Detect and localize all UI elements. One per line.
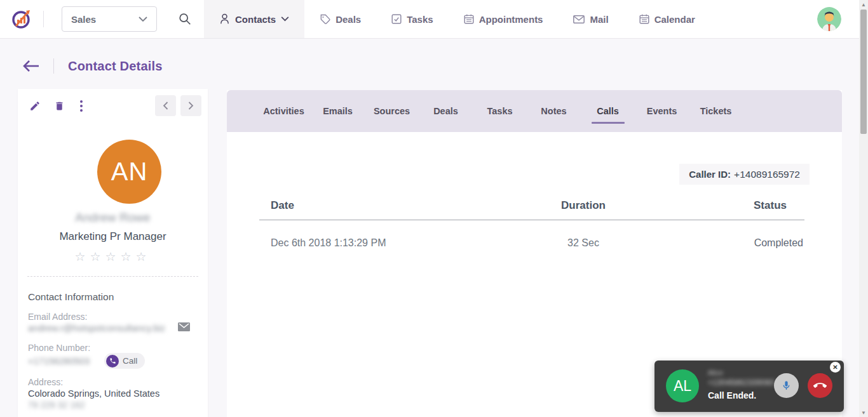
- contact-job-title: Marketing Pr Manager: [18, 230, 208, 243]
- call-button-label: Call: [123, 356, 137, 366]
- call-date: Dec 6th 2018 1:13:29 PM: [259, 237, 450, 249]
- page-header: Contact Details: [0, 53, 163, 79]
- contact-card: AN Andrew Rowe Marketing Pr Manager ☆☆☆☆…: [18, 89, 208, 417]
- caller-id-label: Caller ID:: [689, 169, 731, 180]
- email-value: andrew.r@hotspotconsultancy.biz: [28, 323, 165, 333]
- nav-item-tasks[interactable]: Tasks: [376, 0, 448, 38]
- contact-pager: [155, 95, 201, 116]
- nav-item-label: Tasks: [407, 14, 433, 25]
- address-zip: 79 229 32 162: [28, 400, 85, 410]
- back-arrow-icon[interactable]: [22, 60, 39, 72]
- address-label: Address:: [28, 377, 63, 387]
- caller-initials-avatar: AL: [666, 369, 699, 402]
- column-header-duration: Duration: [488, 199, 679, 212]
- calendar-grid-icon: [464, 14, 474, 24]
- star-icon[interactable]: ☆: [90, 250, 105, 263]
- next-contact-button[interactable]: [180, 95, 201, 116]
- tab-notes[interactable]: Notes: [527, 90, 581, 132]
- detail-tabbar: Activities Emails Sources Deals Tasks No…: [227, 90, 842, 132]
- call-button[interactable]: Call: [104, 353, 145, 369]
- tag-icon: [320, 14, 330, 25]
- user-avatar[interactable]: [817, 7, 841, 31]
- previous-contact-button[interactable]: [155, 95, 176, 116]
- star-rating[interactable]: ☆☆☆☆☆: [18, 249, 208, 264]
- nav-item-calendar[interactable]: Calendar: [624, 0, 710, 38]
- column-header-status: Status: [679, 199, 804, 212]
- workspace-dropdown-value: Sales: [71, 14, 96, 25]
- tab-events[interactable]: Events: [635, 90, 689, 132]
- call-status: Completed: [679, 237, 804, 249]
- page-title: Contact Details: [68, 59, 163, 74]
- delete-trash-icon[interactable]: [52, 99, 66, 113]
- envelope-icon: [573, 15, 585, 24]
- nav-item-label: Calendar: [654, 14, 695, 25]
- close-icon[interactable]: ✕: [830, 362, 841, 373]
- chevron-down-icon: [139, 17, 147, 22]
- person-icon: [219, 13, 230, 25]
- primary-nav: Contacts Deals Tasks Appointments: [204, 0, 710, 38]
- caller-name: Alice: [708, 369, 784, 376]
- tab-activities[interactable]: Activities: [257, 90, 311, 132]
- edit-pencil-icon[interactable]: [28, 99, 42, 113]
- nav-item-label: Deals: [336, 14, 361, 25]
- divider: [53, 58, 54, 74]
- caller-id-value: +14089165972: [734, 169, 800, 180]
- call-duration: 32 Sec: [488, 237, 679, 249]
- column-header-date: Date: [259, 199, 450, 212]
- send-email-icon[interactable]: [178, 322, 190, 331]
- tab-deals[interactable]: Deals: [419, 90, 473, 132]
- hang-up-button[interactable]: [808, 373, 832, 398]
- star-icon[interactable]: ☆: [136, 250, 151, 263]
- tab-tasks[interactable]: Tasks: [473, 90, 527, 132]
- mute-microphone-button[interactable]: [774, 373, 799, 398]
- contact-name: Andrew Rowe: [18, 211, 208, 225]
- nav-item-deals[interactable]: Deals: [304, 0, 376, 38]
- contact-info-section-title: Contact Information: [28, 291, 114, 303]
- caller-id-badge: Caller ID: +14089165972: [679, 164, 810, 185]
- scrollbar-thumb[interactable]: [860, 10, 867, 134]
- tab-calls[interactable]: Calls: [581, 90, 635, 132]
- nav-item-contacts[interactable]: Contacts: [204, 0, 304, 38]
- call-widget: AL Alice +13045862339060 Call Ended. ✕: [654, 361, 844, 412]
- app-logo-icon[interactable]: [9, 6, 34, 32]
- tab-emails[interactable]: Emails: [311, 90, 365, 132]
- search-icon[interactable]: [173, 8, 196, 30]
- browser-scrollbar[interactable]: ▲ ▼: [859, 0, 868, 417]
- star-icon[interactable]: ☆: [121, 250, 136, 263]
- calls-table-header: Date Duration Status: [259, 192, 804, 220]
- caller-info: Alice +13045862339060 Call Ended.: [708, 369, 784, 400]
- phone-icon: [106, 355, 119, 367]
- tab-sources[interactable]: Sources: [365, 90, 419, 132]
- scroll-up-arrow-icon[interactable]: ▲: [859, 0, 868, 9]
- nav-item-label: Contacts: [235, 14, 276, 25]
- calls-table: Date Duration Status Dec 6th 2018 1:13:2…: [259, 192, 804, 266]
- table-row[interactable]: Dec 6th 2018 1:13:29 PM 32 Sec Completed: [259, 220, 804, 266]
- chevron-down-icon: [281, 17, 289, 22]
- star-icon[interactable]: ☆: [105, 250, 120, 263]
- top-navbar: Sales Contacts Deals Tasks: [0, 0, 859, 39]
- nav-item-appointments[interactable]: Appointments: [449, 0, 559, 38]
- phone-value: +17156280503: [28, 356, 90, 366]
- nav-item-label: Mail: [590, 14, 608, 25]
- scroll-down-arrow-icon[interactable]: ▼: [859, 408, 868, 417]
- contact-initials-avatar: AN: [97, 140, 161, 204]
- workspace-dropdown[interactable]: Sales: [62, 6, 157, 32]
- divider: [43, 11, 44, 27]
- caller-number: +13045862339060: [708, 378, 784, 387]
- email-label: Email Address:: [28, 312, 87, 322]
- calendar-grid-icon: [639, 14, 649, 24]
- nav-item-label: Appointments: [479, 14, 543, 25]
- divider: [27, 276, 198, 277]
- address-city: Colorado Springs, United States: [28, 388, 159, 399]
- star-icon[interactable]: ☆: [74, 250, 90, 263]
- tab-tickets[interactable]: Tickets: [689, 90, 743, 132]
- nav-item-mail[interactable]: Mail: [558, 0, 623, 38]
- contact-toolbar: [28, 99, 86, 113]
- phone-label: Phone Number:: [28, 343, 90, 353]
- call-status-text: Call Ended.: [708, 390, 784, 400]
- task-check-icon: [391, 14, 402, 24]
- more-options-kebab-icon[interactable]: [76, 99, 86, 113]
